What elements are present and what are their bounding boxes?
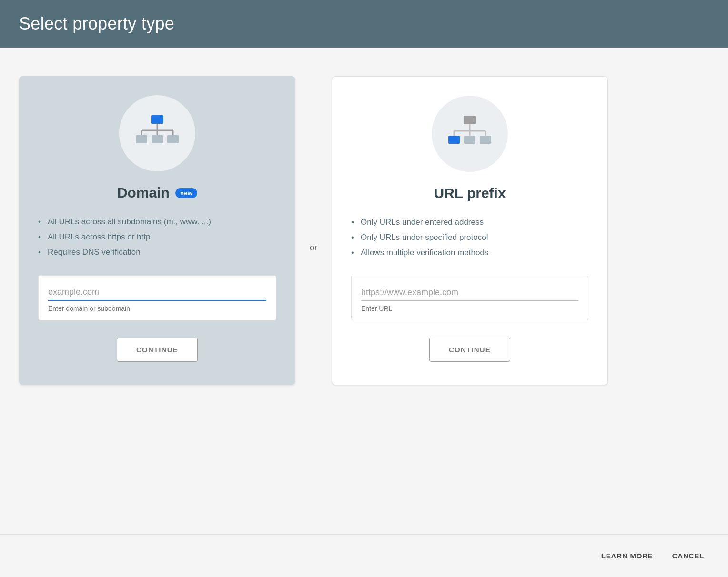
domain-continue-button[interactable]: CONTINUE (117, 338, 198, 362)
url-network-icon (448, 115, 491, 153)
domain-icon-circle (119, 95, 195, 171)
domain-bullet-2: All URLs across https or http (38, 229, 276, 245)
domain-input[interactable] (48, 285, 266, 301)
domain-bullet-3: Requires DNS verification (38, 245, 276, 260)
url-bullet-2: Only URLs under specified protocol (351, 230, 588, 245)
svg-rect-16 (464, 136, 475, 144)
svg-rect-6 (136, 135, 147, 143)
domain-network-icon (136, 114, 179, 152)
svg-rect-15 (448, 136, 460, 144)
or-label: or (310, 243, 317, 253)
url-bullet-1: Only URLs under entered address (351, 215, 588, 230)
or-separator: or (295, 243, 332, 253)
header: Select property type (0, 0, 728, 48)
domain-bullet-list: All URLs across all subdomains (m., www.… (38, 214, 276, 260)
domain-badge: new (175, 188, 197, 198)
url-input-area: Enter URL (351, 276, 588, 320)
page-title: Select property type (19, 14, 174, 34)
url-icon-circle (432, 96, 508, 172)
svg-rect-17 (480, 136, 491, 144)
domain-bullet-1: All URLs across all subdomains (m., www.… (38, 214, 276, 229)
main-content: Domain new All URLs across all subdomain… (0, 48, 728, 534)
domain-input-helper: Enter domain or subdomain (48, 305, 266, 312)
learn-more-button[interactable]: LEARN MORE (601, 552, 653, 560)
svg-rect-7 (152, 135, 163, 143)
svg-rect-0 (151, 115, 163, 124)
url-title: URL prefix (434, 185, 506, 201)
footer: LEARN MORE CANCEL (0, 534, 728, 577)
domain-card: Domain new All URLs across all subdomain… (19, 76, 295, 385)
domain-title: Domain (117, 185, 170, 201)
url-input-helper: Enter URL (361, 305, 578, 312)
url-bullet-list: Only URLs under entered address Only URL… (351, 215, 588, 260)
url-title-row: URL prefix (434, 185, 506, 201)
svg-rect-8 (167, 135, 179, 143)
url-input[interactable] (361, 286, 578, 301)
domain-input-area: Enter domain or subdomain (38, 275, 276, 320)
url-continue-button[interactable]: CONTINUE (429, 338, 510, 362)
url-bullet-3: Allows multiple verification methods (351, 245, 588, 260)
svg-rect-9 (464, 116, 476, 124)
domain-title-row: Domain new (117, 185, 197, 201)
cancel-button[interactable]: CANCEL (672, 552, 704, 560)
cards-row: Domain new All URLs across all subdomain… (19, 76, 709, 385)
url-card: URL prefix Only URLs under entered addre… (332, 76, 608, 385)
